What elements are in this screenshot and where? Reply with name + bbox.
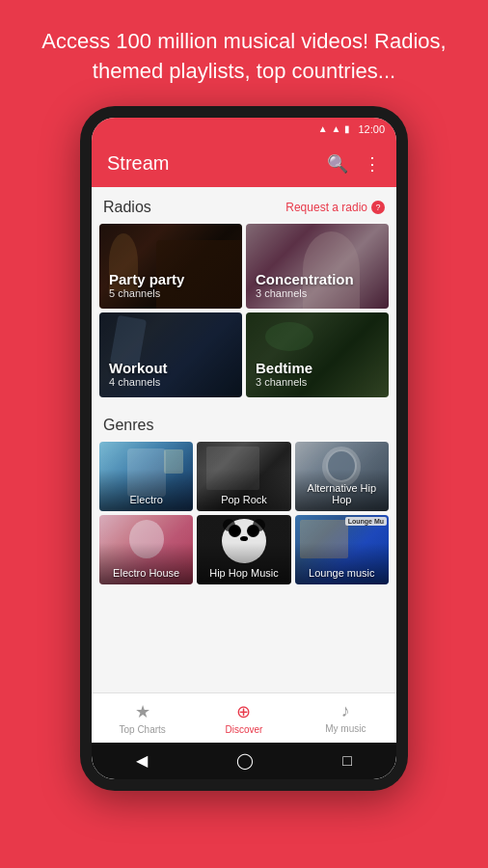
genres-section: Genres Electro bbox=[92, 405, 396, 592]
bottom-nav: ★ Top Charts ⊕ Discover ♪ My music bbox=[92, 692, 396, 743]
app-bar: Stream 🔍 ⋮ bbox=[92, 141, 396, 187]
wifi-icon: ▲ bbox=[318, 123, 328, 134]
radios-title: Radios bbox=[103, 199, 151, 216]
more-options-icon[interactable]: ⋮ bbox=[364, 153, 381, 175]
signal-icon: ▲ bbox=[332, 123, 341, 134]
phone-frame: ▲ ▲ ▮ 12:00 Stream 🔍 ⋮ Radios Request a … bbox=[80, 106, 408, 791]
nav-item-discover[interactable]: ⊕ Discover bbox=[193, 693, 294, 743]
top-charts-icon: ★ bbox=[135, 701, 150, 722]
request-radio-link[interactable]: Request a radio ? bbox=[285, 201, 385, 214]
radio-card-workout[interactable]: Workout 4 channels bbox=[99, 312, 242, 397]
radios-section: Radios Request a radio ? bbox=[92, 187, 396, 405]
my-music-label: My music bbox=[325, 723, 366, 734]
status-bar: ▲ ▲ ▮ 12:00 bbox=[92, 118, 396, 141]
back-button[interactable]: ◀ bbox=[136, 751, 148, 770]
genres-title: Genres bbox=[103, 417, 153, 434]
battery-icon: ▮ bbox=[344, 123, 350, 134]
home-button[interactable]: ◯ bbox=[236, 751, 254, 770]
search-icon[interactable]: 🔍 bbox=[327, 153, 348, 175]
radio-card-bedtime[interactable]: Bedtime 3 channels bbox=[246, 312, 389, 397]
genre-card-althiphop[interactable]: Alternative Hip Hop bbox=[295, 442, 389, 511]
radio-card-concentration[interactable]: Concentration 3 channels bbox=[246, 224, 389, 309]
hero-text: Access 100 million musical videos! Radio… bbox=[0, 0, 488, 106]
nav-item-my-music[interactable]: ♪ My music bbox=[295, 693, 396, 743]
help-icon: ? bbox=[371, 201, 385, 214]
genre-card-poprock[interactable]: Pop Rock bbox=[197, 442, 290, 511]
nav-item-top-charts[interactable]: ★ Top Charts bbox=[92, 693, 193, 743]
phone-screen: ▲ ▲ ▮ 12:00 Stream 🔍 ⋮ Radios Request a … bbox=[92, 118, 396, 779]
genre-card-electro[interactable]: Electro bbox=[99, 442, 193, 511]
genre-card-lounge[interactable]: Lounge Mu Lounge music bbox=[295, 515, 389, 584]
app-title: Stream bbox=[107, 152, 327, 175]
top-charts-label: Top Charts bbox=[119, 724, 165, 735]
genre-card-hiphop[interactable]: Hip Hop Music bbox=[197, 515, 290, 584]
discover-label: Discover bbox=[226, 724, 263, 735]
recents-button[interactable]: □ bbox=[342, 752, 352, 770]
status-time: 12:00 bbox=[358, 123, 385, 135]
discover-icon: ⊕ bbox=[236, 701, 251, 722]
my-music-icon: ♪ bbox=[341, 701, 350, 721]
system-nav: ◀ ◯ □ bbox=[92, 743, 396, 779]
content-area: Radios Request a radio ? bbox=[92, 187, 396, 692]
genre-card-electrohouse[interactable]: Electro House bbox=[99, 515, 193, 584]
radio-card-party[interactable]: Party party 5 channels bbox=[99, 224, 242, 309]
